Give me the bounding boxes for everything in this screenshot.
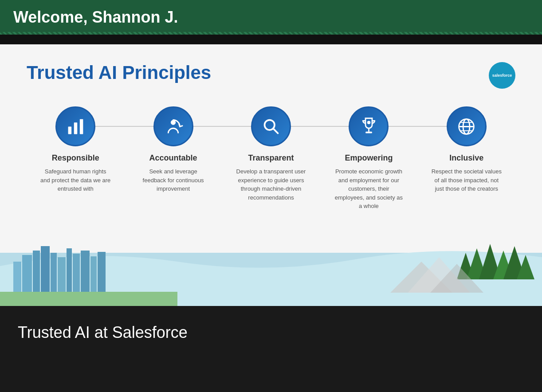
connector-left-transparent <box>222 126 251 127</box>
svg-point-8 <box>367 121 371 124</box>
svg-rect-19 <box>51 253 57 293</box>
principle-name-inclusive: Inclusive <box>449 153 483 163</box>
icon-circle-transparent <box>251 106 291 146</box>
people-cycle-icon <box>163 117 183 137</box>
principle-desc-inclusive: Respect the societal values of all those… <box>431 167 502 193</box>
connector-right-responsible <box>95 126 124 127</box>
svg-rect-16 <box>22 255 32 293</box>
svg-rect-20 <box>58 257 66 293</box>
bottom-title: Trusted AI at Salesforce <box>18 323 188 342</box>
svg-rect-23 <box>81 251 90 293</box>
principle-inclusive: Inclusive Respect the societal values of… <box>418 106 515 193</box>
principle-accountable: Accountable Seek and leverage feedback f… <box>124 106 222 193</box>
svg-rect-15 <box>13 262 21 293</box>
principle-desc-responsible: Safeguard human rights and protect the d… <box>40 167 111 193</box>
icon-circle-accountable <box>153 106 193 146</box>
principle-name-accountable: Accountable <box>149 153 197 163</box>
svg-rect-21 <box>67 248 72 293</box>
connector-left-responsible <box>27 126 55 127</box>
header: Welcome, Shannon J. <box>0 0 542 35</box>
svg-rect-0 <box>68 126 71 134</box>
svg-rect-22 <box>73 254 80 293</box>
icon-circle-empowering <box>349 106 389 146</box>
principle-transparent: Transparent Develop a transparent user e… <box>222 106 320 202</box>
principle-desc-empowering: Promote economic growth and employment f… <box>333 167 404 211</box>
magnify-icon <box>261 117 281 137</box>
svg-rect-26 <box>0 292 177 306</box>
connector-left-empowering <box>320 126 349 127</box>
icon-connector-responsible <box>27 106 124 146</box>
dark-separator <box>0 35 542 44</box>
connector-right-transparent <box>291 126 320 127</box>
connector-right-empowering <box>389 126 417 127</box>
svg-rect-7 <box>365 131 372 133</box>
connector-right-accountable <box>193 126 222 127</box>
svg-rect-17 <box>33 251 40 293</box>
icon-connector-empowering <box>320 106 417 146</box>
principle-empowering: Empowering Promote economic growth and e… <box>320 106 417 211</box>
principle-name-transparent: Transparent <box>248 153 294 163</box>
slide-area: Trusted AI Principles salesforce Respons… <box>0 44 542 306</box>
bar-chart-icon <box>66 117 86 137</box>
principle-desc-transparent: Develop a transparent user experience to… <box>236 167 306 202</box>
connector-left-inclusive <box>418 126 447 127</box>
icon-connector-accountable <box>124 106 222 146</box>
svg-rect-18 <box>41 246 50 293</box>
icon-circle-inclusive <box>447 106 487 146</box>
principles-row: Responsible Safeguard human rights and p… <box>27 106 515 211</box>
principle-desc-accountable: Seek and leverage feedback for continuou… <box>138 167 209 193</box>
principle-name-empowering: Empowering <box>345 153 393 163</box>
icon-circle-responsible <box>55 106 95 146</box>
welcome-message: Welcome, Shannon J. <box>13 8 178 26</box>
svg-rect-2 <box>80 119 83 134</box>
icon-connector-inclusive <box>418 106 515 146</box>
svg-rect-25 <box>98 252 106 293</box>
svg-rect-1 <box>74 122 77 134</box>
slide-title: Trusted AI Principles <box>27 62 211 83</box>
svg-rect-24 <box>90 256 97 293</box>
principle-responsible: Responsible Safeguard human rights and p… <box>27 106 124 193</box>
svg-line-5 <box>273 129 278 133</box>
trophy-icon <box>359 117 379 137</box>
connector-right-inclusive <box>487 126 515 127</box>
globe-icon <box>456 117 476 137</box>
bottom-section: Trusted AI at Salesforce <box>0 306 542 359</box>
slide-header: Trusted AI Principles salesforce <box>27 62 515 89</box>
salesforce-logo-text: salesforce <box>492 73 512 78</box>
connector-left-accountable <box>124 126 153 127</box>
scenery-illustration <box>0 226 542 306</box>
salesforce-logo: salesforce <box>489 62 515 89</box>
principle-name-responsible: Responsible <box>52 153 99 163</box>
icon-connector-transparent <box>222 106 320 146</box>
